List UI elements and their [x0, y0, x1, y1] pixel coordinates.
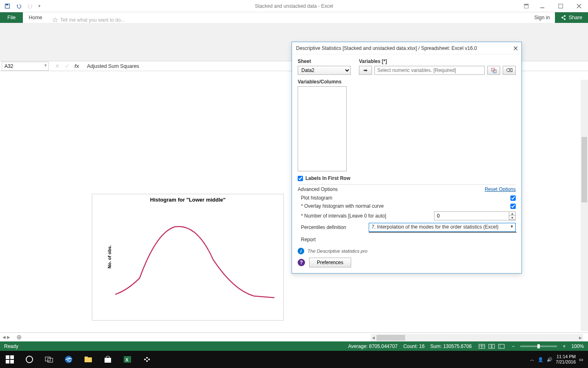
- report-label: Report: [301, 237, 316, 242]
- enter-formula-icon[interactable]: ✓: [63, 63, 71, 69]
- status-bar: Ready Average: 8705.044707 Count: 16 Sum…: [0, 341, 588, 351]
- reset-options-link[interactable]: Reset Options: [485, 186, 516, 192]
- start-button[interactable]: [0, 351, 20, 368]
- variables-input[interactable]: [374, 66, 485, 75]
- edge-icon[interactable]: [59, 351, 78, 368]
- tell-me-search[interactable]: Tell me what you want to do...: [52, 17, 125, 23]
- tray-date: 7/21/2016: [556, 359, 576, 365]
- dialog-title: Descriptive Statistics [Stacked and unst…: [296, 45, 477, 51]
- labels-first-row-label: Labels In First Row: [305, 175, 350, 181]
- sheet-select[interactable]: Data2: [298, 66, 351, 75]
- cancel-formula-icon[interactable]: ✕: [53, 63, 61, 69]
- zoom-level[interactable]: 100%: [571, 343, 584, 349]
- svg-line-11: [563, 16, 564, 17]
- window-controls: [520, 0, 588, 12]
- excel-taskbar-icon[interactable]: X: [118, 351, 137, 368]
- sheet-tabs-bar: ◀ ▶ ⊕ ◀ ▶: [0, 332, 588, 341]
- percentiles-label: Percentiles definition: [301, 224, 346, 230]
- info-text: The Descriptive statistics pro: [307, 249, 368, 254]
- fx-icon[interactable]: fx: [73, 63, 80, 69]
- save-icon[interactable]: [2, 1, 12, 11]
- share-label: Share: [569, 15, 582, 20]
- sign-in-link[interactable]: Sign in: [529, 15, 555, 20]
- maximize-icon[interactable]: [551, 0, 570, 12]
- svg-rect-22: [6, 355, 9, 359]
- num-intervals-input[interactable]: ▲▼: [434, 211, 516, 220]
- spinner-down-icon[interactable]: ▼: [509, 216, 515, 220]
- svg-point-35: [144, 359, 146, 360]
- task-view-icon[interactable]: [39, 351, 59, 368]
- percentiles-combo[interactable]: 7. Interpolation of the modes for the or…: [369, 223, 516, 232]
- variables-columns-label: Variables/Columns: [298, 79, 516, 85]
- percentiles-dropdown[interactable]: [369, 232, 517, 233]
- zoom-in-icon[interactable]: +: [563, 343, 566, 349]
- chart-ylabel: No. of obs.: [107, 245, 112, 269]
- descriptive-statistics-dialog: Descriptive Statistics [Stacked and unst…: [292, 42, 522, 274]
- close-icon[interactable]: [570, 0, 588, 12]
- scrollbar-thumb[interactable]: [581, 137, 587, 202]
- normal-view-icon[interactable]: [477, 343, 486, 350]
- svg-point-37: [146, 360, 148, 362]
- zoom-slider[interactable]: [520, 346, 557, 347]
- svg-point-36: [146, 357, 148, 359]
- ribbon-options-icon[interactable]: [520, 0, 533, 12]
- redo-icon[interactable]: [25, 1, 35, 11]
- histogram-chart[interactable]: Histogram for "Lower middle" No. of obs.: [92, 194, 284, 321]
- vertical-scrollbar[interactable]: [581, 80, 588, 331]
- file-explorer-icon[interactable]: [78, 351, 98, 368]
- range-picker-icon[interactable]: [487, 66, 500, 75]
- overlay-normal-label: * Overlay histogram with normal curve: [301, 203, 384, 209]
- move-right-button[interactable]: ➡: [359, 66, 372, 75]
- add-sheet-button[interactable]: ⊕: [12, 332, 26, 342]
- sheet-nav[interactable]: ◀ ▶: [2, 335, 10, 339]
- sheet-label: Sheet: [298, 58, 351, 64]
- svg-rect-3: [524, 4, 528, 5]
- status-average: Average: 8705.044707: [348, 343, 398, 349]
- tray-chevron-up-icon[interactable]: ︿: [530, 357, 535, 363]
- preferences-button[interactable]: Preferences: [309, 258, 351, 267]
- svg-rect-24: [6, 360, 9, 364]
- tab-home[interactable]: Home: [23, 12, 48, 23]
- file-tab[interactable]: File: [0, 12, 23, 23]
- help-icon[interactable]: ?: [298, 259, 305, 266]
- undo-icon[interactable]: [14, 1, 24, 11]
- cortana-icon[interactable]: [20, 351, 39, 368]
- dialog-title-bar[interactable]: Descriptive Statistics [Stacked and unst…: [292, 42, 521, 54]
- tray-volume-icon[interactable]: 🔊: [547, 357, 552, 362]
- share-button[interactable]: Share: [555, 12, 588, 23]
- page-break-view-icon[interactable]: [497, 343, 506, 350]
- svg-text:X: X: [125, 357, 129, 362]
- tray-time: 11:14 PM: [556, 354, 576, 359]
- tray-people-icon[interactable]: 👤: [538, 357, 543, 362]
- store-icon[interactable]: [98, 351, 118, 368]
- hscroll-thumb[interactable]: [376, 335, 405, 341]
- status-count: Count: 16: [403, 343, 425, 349]
- minimize-icon[interactable]: [533, 0, 551, 12]
- formula-text[interactable]: Adjusted Sum Squares: [84, 63, 139, 69]
- horizontal-scrollbar[interactable]: ◀ ▶: [371, 334, 583, 341]
- svg-line-12: [563, 18, 564, 19]
- variables-list[interactable]: [298, 86, 347, 171]
- plot-histogram-checkbox[interactable]: [510, 195, 516, 201]
- notifications-icon[interactable]: ▭: [579, 357, 583, 362]
- svg-rect-20: [499, 344, 504, 348]
- labels-first-row-checkbox[interactable]: [298, 176, 303, 181]
- status-ready: Ready: [4, 343, 348, 349]
- overlay-normal-checkbox[interactable]: [510, 204, 516, 209]
- dialog-close-icon[interactable]: ✕: [513, 45, 518, 52]
- zoom-out-icon[interactable]: −: [512, 343, 514, 349]
- ribbon-tabs: File Home Tell me what you want to do...…: [0, 12, 588, 23]
- quick-access-toolbar: ▼: [0, 1, 44, 11]
- advanced-options-header: Advanced Options: [298, 186, 338, 192]
- page-layout-view-icon[interactable]: [487, 343, 496, 350]
- status-sum: Sum: 130575.6706: [430, 343, 472, 349]
- spinner-up-icon[interactable]: ▲: [509, 212, 515, 216]
- info-icon: i: [298, 248, 304, 254]
- tell-me-label: Tell me what you want to do...: [60, 17, 125, 23]
- system-tray[interactable]: ︿ 👤 🔊 11:14 PM 7/21/2016 ▭: [530, 354, 588, 365]
- app-icon[interactable]: [137, 351, 157, 368]
- svg-rect-32: [105, 358, 111, 363]
- clear-button[interactable]: ⌫: [503, 66, 516, 75]
- svg-point-26: [26, 356, 33, 363]
- name-box[interactable]: A32▼: [2, 62, 49, 71]
